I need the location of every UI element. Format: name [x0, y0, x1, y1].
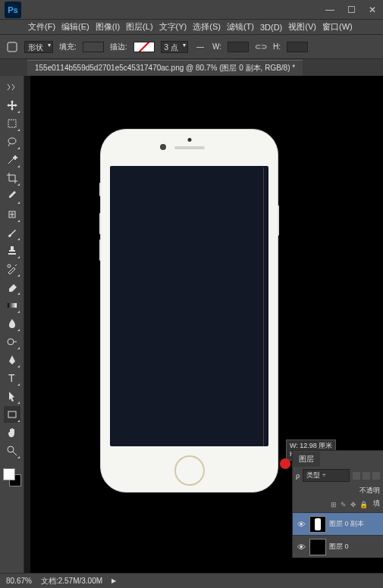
history-brush-tool[interactable]: [4, 261, 20, 277]
status-more-icon[interactable]: ▶: [111, 577, 116, 584]
zoom-tool[interactable]: [4, 443, 20, 459]
fill-label: 填充:: [59, 42, 77, 52]
phone-camera: [160, 144, 166, 150]
phone-mute-switch: [99, 183, 101, 196]
menu-view[interactable]: 视图(V): [286, 20, 319, 34]
filter-adjust-icon[interactable]: [363, 472, 370, 480]
status-bar: 80.67% 文档:2.57M/3.00M ▶: [0, 573, 383, 588]
lock-transparent-icon[interactable]: ⊞: [330, 501, 337, 508]
main-area: T W: 12.98 厘米 H: 23.60 厘米 +: [0, 76, 383, 573]
crop-tool[interactable]: [4, 170, 20, 186]
options-bar: 形状 填充: 描边: 3 点 — W: ⊂⊃ H:: [0, 35, 383, 59]
height-input[interactable]: [287, 42, 308, 52]
menu-bar: 文件(F) 编辑(E) 图像(I) 图层(L) 文字(Y) 选择(S) 滤镜(T…: [0, 20, 383, 35]
healing-tool[interactable]: [4, 206, 20, 223]
menu-3d[interactable]: 3D(D): [258, 21, 284, 33]
color-swatches[interactable]: [3, 468, 21, 486]
filter-pixel-icon[interactable]: [353, 472, 360, 480]
document-tab[interactable]: 155e0114b559d5d2701e5c45317470ac.png @ 8…: [27, 60, 303, 76]
lock-all-icon[interactable]: 🔒: [359, 501, 367, 508]
zoom-level[interactable]: 80.67%: [6, 577, 32, 585]
menu-select[interactable]: 选择(S): [190, 20, 223, 34]
svg-point-2: [8, 138, 16, 144]
phone-earpiece: [174, 146, 205, 149]
lock-pixels-icon[interactable]: ✎: [340, 501, 347, 508]
window-controls: — ☐ ✕: [319, 3, 383, 17]
layer-list: 👁 图层 0 副本 👁 图层 0: [293, 512, 383, 558]
pen-tool[interactable]: [4, 352, 20, 368]
hand-tool[interactable]: [4, 424, 20, 441]
layer-name[interactable]: 图层 0 副本: [329, 519, 383, 529]
marquee-tool[interactable]: [4, 115, 20, 132]
blur-tool[interactable]: [4, 315, 20, 332]
layers-panel: 图层 ρ 类型 ÷ 不透明 ⊞ ✎ ✥ 🔒 填: [292, 450, 383, 558]
menu-file[interactable]: 文件(F): [26, 20, 58, 34]
menu-layer[interactable]: 图层(L): [124, 20, 155, 34]
fill-label: 填: [373, 499, 380, 511]
document-tab-bar: 155e0114b559d5d2701e5c45317470ac.png @ 8…: [0, 59, 383, 76]
app-logo: Ps: [5, 2, 21, 18]
dodge-tool[interactable]: [4, 333, 20, 350]
document-info[interactable]: 文档:2.57M/3.00M: [41, 576, 102, 586]
stroke-width-input[interactable]: 3 点: [161, 41, 188, 53]
shape-mode-select[interactable]: 形状: [24, 41, 53, 53]
link-wh-icon[interactable]: ⊂⊃: [255, 41, 267, 53]
title-bar: Ps — ☐ ✕: [0, 0, 383, 20]
magic-wand-tool[interactable]: [4, 152, 20, 168]
layers-tab[interactable]: 图层: [293, 452, 320, 467]
opacity-label: 不透明: [359, 486, 380, 496]
width-label: W:: [212, 42, 221, 51]
svg-point-6: [8, 339, 14, 345]
lasso-tool[interactable]: [4, 133, 20, 150]
layer-row[interactable]: 👁 图层 0: [293, 535, 383, 558]
svg-text:T: T: [8, 372, 15, 384]
layer-name[interactable]: 图层 0: [329, 542, 383, 552]
collapse-button[interactable]: [4, 79, 20, 95]
guide-line: [263, 167, 264, 446]
phone-screen: [110, 166, 268, 446]
phone-power-button: [278, 205, 279, 236]
filter-text-icon[interactable]: [372, 472, 380, 480]
touch-indicator: [280, 458, 290, 469]
lock-position-icon[interactable]: ✥: [350, 501, 357, 508]
stamp-tool[interactable]: [4, 242, 20, 259]
maximize-button[interactable]: ☐: [341, 3, 362, 17]
type-tool[interactable]: T: [4, 370, 20, 386]
close-button[interactable]: ✕: [362, 3, 383, 17]
minimize-button[interactable]: —: [319, 3, 341, 17]
layer-kind-filter[interactable]: 类型 ÷: [303, 469, 350, 482]
menu-edit[interactable]: 编辑(E): [59, 20, 92, 34]
svg-rect-0: [8, 42, 17, 52]
canvas-area[interactable]: W: 12.98 厘米 H: 23.60 厘米 + 图层 ρ 类型 ÷ 不透明: [24, 76, 383, 573]
stroke-swatch[interactable]: [133, 42, 155, 52]
layer-thumbnail[interactable]: [309, 516, 326, 533]
layer-row[interactable]: 👁 图层 0 副本: [293, 512, 383, 535]
svg-rect-8: [8, 411, 16, 418]
layer-visibility-icon[interactable]: 👁: [293, 520, 309, 529]
iphone-mockup: [100, 129, 278, 493]
svg-rect-1: [8, 120, 16, 127]
stroke-label: 描边:: [110, 42, 127, 52]
menu-filter[interactable]: 滤镜(T): [224, 20, 256, 34]
phone-sensor: [187, 138, 191, 142]
rectangle-tool[interactable]: [4, 406, 20, 423]
stroke-type-icon[interactable]: —: [194, 41, 206, 53]
menu-type[interactable]: 文字(Y): [157, 20, 190, 34]
svg-point-9: [8, 446, 14, 452]
layer-thumbnail[interactable]: [309, 539, 326, 555]
width-input[interactable]: [228, 42, 249, 52]
foreground-color[interactable]: [3, 468, 15, 480]
tool-preset-icon[interactable]: [6, 41, 18, 53]
eyedropper-tool[interactable]: [4, 188, 20, 205]
measure-width: W: 12.98 厘米: [290, 442, 332, 450]
path-selection-tool[interactable]: [4, 388, 20, 405]
layer-visibility-icon[interactable]: 👁: [293, 543, 309, 552]
eraser-tool[interactable]: [4, 279, 20, 296]
phone-home-button: [174, 455, 205, 486]
menu-window[interactable]: 窗口(W): [320, 20, 355, 34]
gradient-tool[interactable]: [4, 297, 20, 314]
move-tool[interactable]: [4, 97, 20, 114]
menu-image[interactable]: 图像(I): [93, 20, 122, 34]
brush-tool[interactable]: [4, 224, 20, 241]
fill-swatch[interactable]: [83, 42, 104, 52]
